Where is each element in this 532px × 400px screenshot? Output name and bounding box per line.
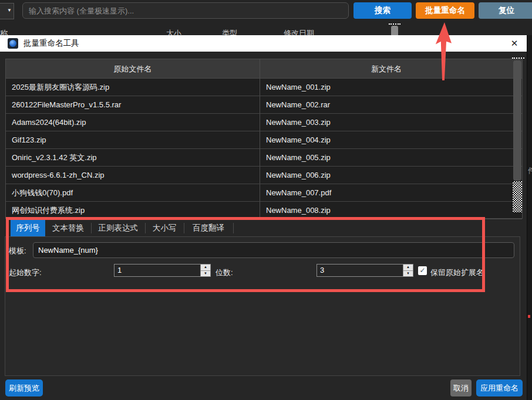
table-row[interactable]: Gif123.zip NewName_004.zip	[6, 131, 522, 149]
cell-original: Gif123.zip	[12, 131, 255, 148]
batch-rename-dialog: 批量重命名工具 ✕ 原始文件名 新文件名 2025最新朋友圈访客源码.zip N…	[0, 35, 527, 400]
table-scrollbar-top	[512, 57, 524, 59]
app-icon	[8, 38, 18, 49]
cell-new: NewName_002.rar	[266, 96, 501, 113]
spin-up-icon[interactable]: ▲	[403, 265, 413, 271]
keep-extension-checkbox[interactable]: ✓	[418, 266, 427, 275]
cell-original: 260122FileMasterPro_v1.5.5.rar	[12, 96, 255, 113]
tab-regex[interactable]: 正则表达式	[92, 220, 144, 236]
refresh-preview-button[interactable]: 刷新预览	[5, 379, 43, 396]
apply-rename-button[interactable]: 应用重命名	[476, 379, 523, 396]
table-scrollbar-thumb[interactable]	[513, 60, 521, 181]
table-row[interactable]: 网创知识付费系统.zip NewName_008.zip	[6, 202, 522, 219]
start-number-label: 起始数字:	[9, 267, 42, 278]
cell-new: NewName_003.zip	[266, 114, 501, 131]
spin-down-icon[interactable]: ▼	[201, 271, 210, 277]
tab-case[interactable]: 大小写	[146, 220, 183, 236]
close-icon[interactable]: ✕	[507, 35, 522, 52]
cancel-button[interactable]: 取消	[450, 379, 472, 396]
digits-stepper[interactable]: 3 ▲ ▼	[316, 264, 413, 277]
search-scope-combobox[interactable]: ▼	[0, 3, 14, 19]
rename-preview-table: 原始文件名 新文件名 2025最新朋友圈访客源码.zip NewName_001…	[5, 59, 523, 219]
spin-up-icon[interactable]: ▲	[201, 265, 210, 271]
dialog-title: 批量重命名工具	[23, 35, 79, 52]
table-row[interactable]: Oniric_v2.3.1.42 英文.zip NewName_005.zip	[6, 149, 522, 167]
cell-new: NewName_006.zip	[266, 167, 501, 184]
tab-separator	[233, 223, 234, 233]
cell-original: 小狗钱钱0(70).pdf	[12, 184, 255, 201]
reset-button[interactable]: 复位	[479, 2, 532, 19]
background-text-fragment: 件	[528, 165, 532, 176]
digits-label: 位数:	[216, 267, 233, 278]
cell-original: Adams2024(64bit).zip	[12, 114, 255, 131]
keep-extension-label: 保留原始扩展名	[430, 267, 484, 278]
serial-number-panel: 模板: 起始数字: 1 ▲ ▼ 位数: 3 ▲ ▼ ✓ 保留原始扩展名	[5, 236, 520, 376]
chevron-down-icon: ▼	[7, 8, 12, 13]
cell-original: 2025最新朋友圈访客源码.zip	[12, 79, 255, 96]
start-number-value[interactable]: 1	[115, 265, 200, 276]
cell-original: Oniric_v2.3.1.42 英文.zip	[12, 149, 255, 166]
cell-original: wordpress-6.6.1-zh_CN.zip	[12, 167, 255, 184]
search-button[interactable]: 搜索	[353, 2, 412, 19]
rename-mode-tabbar: 序列号 文本替换 正则表达式 大小写 百度翻译	[0, 220, 527, 236]
template-label: 模板:	[9, 246, 26, 256]
table-row[interactable]: Adams2024(64bit).zip NewName_003.zip	[6, 114, 522, 131]
template-input[interactable]	[33, 242, 514, 258]
tab-separator	[91, 223, 92, 233]
dialog-titlebar[interactable]: 批量重命名工具 ✕	[0, 35, 527, 52]
cell-original: 网创知识付费系统.zip	[12, 202, 255, 219]
cell-new: NewName_007.pdf	[266, 184, 501, 201]
tab-baidu-translate[interactable]: 百度翻译	[184, 220, 233, 236]
background-list-header-strip: 称 大小 类型 修改日期	[0, 21, 532, 35]
cell-new: NewName_008.zip	[266, 202, 501, 219]
background-window-edge: 件	[527, 35, 532, 400]
background-red-fragment	[528, 315, 530, 318]
table-header-row: 原始文件名 新文件名	[6, 59, 522, 79]
start-number-stepper[interactable]: 1 ▲ ▼	[114, 264, 211, 277]
header-original-filename[interactable]: 原始文件名	[6, 59, 260, 79]
batch-rename-button[interactable]: 批量重命名	[416, 2, 474, 19]
cell-new: NewName_004.zip	[266, 131, 501, 148]
tab-separator	[184, 223, 184, 233]
tab-separator	[145, 223, 146, 233]
tab-text-replace[interactable]: 文本替换	[46, 220, 90, 236]
screen: ▼ 搜索 批量重命名 复位 称 大小 类型 修改日期 批量重命名工具 ✕ 原始文…	[0, 0, 532, 400]
cell-new: NewName_001.zip	[266, 79, 501, 96]
search-input[interactable]	[22, 2, 349, 19]
table-row[interactable]: 2025最新朋友圈访客源码.zip NewName_001.zip	[6, 79, 522, 96]
background-toolbar: ▼ 搜索 批量重命名 复位	[0, 0, 532, 21]
background-scrollbar-thumb[interactable]	[391, 26, 398, 35]
spin-down-icon[interactable]: ▼	[403, 271, 413, 277]
table-row[interactable]: 260122FileMasterPro_v1.5.5.rar NewName_0…	[6, 96, 522, 114]
table-row[interactable]: wordpress-6.6.1-zh_CN.zip NewName_006.zi…	[6, 167, 522, 184]
table-scrollbar-track-pattern[interactable]	[513, 181, 522, 212]
tab-serial-number[interactable]: 序列号	[11, 220, 45, 236]
table-row[interactable]: 小狗钱钱0(70).pdf NewName_007.pdf	[6, 184, 522, 202]
header-new-filename[interactable]: 新文件名	[260, 59, 513, 79]
digits-value[interactable]: 3	[317, 265, 403, 276]
cell-new: NewName_005.zip	[266, 149, 501, 166]
background-scrollbar-top	[389, 23, 400, 25]
